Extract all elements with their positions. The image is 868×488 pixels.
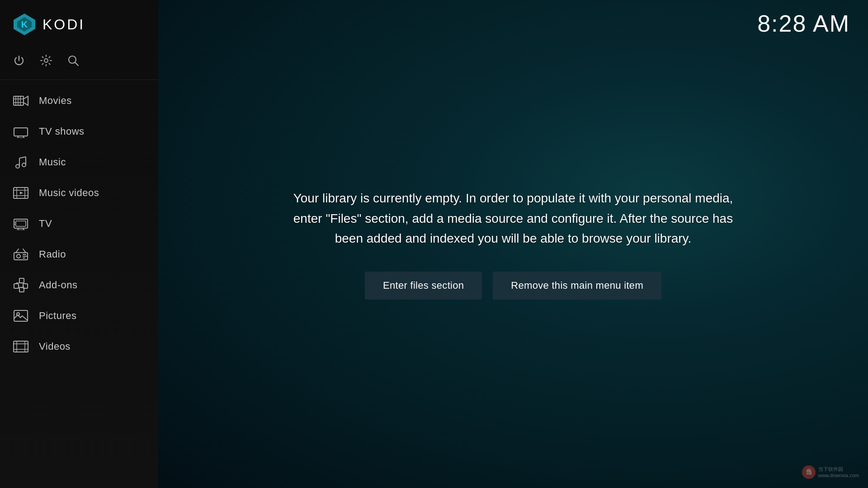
svg-rect-31 (16, 221, 26, 226)
sidebar-item-musicvideos[interactable]: Music videos (0, 178, 158, 208)
sidebar: K KODI (0, 0, 158, 488)
power-icon[interactable] (13, 54, 25, 67)
app-name: KODI (42, 16, 85, 33)
music-label: Music (39, 156, 66, 168)
content-area: Your library is currently empty. In orde… (264, 170, 762, 318)
svg-point-16 (16, 164, 19, 168)
clock-display: 8:28 AM (757, 10, 850, 37)
music-icon (13, 154, 29, 170)
musicvideos-label: Music videos (39, 187, 99, 199)
movies-icon (13, 93, 29, 109)
movies-label: Movies (39, 95, 72, 107)
watermark-logo: 当 (802, 465, 816, 479)
sidebar-divider (0, 80, 158, 80)
videos-label: Videos (39, 341, 71, 352)
svg-point-35 (17, 254, 20, 258)
svg-rect-41 (14, 284, 19, 288)
sidebar-item-addons[interactable]: Add-ons (0, 270, 158, 300)
svg-rect-53 (14, 341, 28, 352)
sidebar-item-pictures[interactable]: Pictures (0, 300, 158, 331)
sidebar-nav: Movies TV shows (0, 85, 158, 362)
sidebar-item-tv[interactable]: TV (0, 208, 158, 239)
addons-icon (13, 277, 29, 293)
sidebar-icon-row (0, 50, 158, 80)
radio-label: Radio (39, 249, 66, 260)
videos-icon (13, 338, 29, 355)
svg-rect-42 (19, 278, 24, 283)
svg-text:K: K (21, 19, 28, 29)
library-empty-message: Your library is currently empty. In orde… (283, 188, 744, 249)
sidebar-item-music[interactable]: Music (0, 147, 158, 178)
sidebar-item-videos[interactable]: Videos (0, 331, 158, 362)
tv-label: TV (39, 218, 52, 230)
enter-files-button[interactable]: Enter files section (365, 272, 482, 300)
remove-menu-item-button[interactable]: Remove this main menu item (493, 272, 661, 300)
svg-line-39 (16, 249, 19, 253)
svg-rect-12 (14, 128, 28, 136)
svg-marker-26 (20, 192, 23, 194)
addons-label: Add-ons (39, 279, 77, 291)
settings-icon[interactable] (40, 54, 52, 67)
tv-icon (13, 216, 29, 232)
sidebar-item-radio[interactable]: Radio (0, 239, 158, 270)
musicvideos-icon (13, 185, 29, 201)
kodi-logo-icon: K (13, 13, 36, 36)
watermark: 当 当下软件园www.downxia.com (802, 465, 859, 479)
svg-line-40 (23, 249, 26, 253)
sidebar-item-movies[interactable]: Movies (0, 85, 158, 116)
radio-icon (13, 246, 29, 263)
pictures-label: Pictures (39, 310, 76, 322)
tvshows-icon (13, 123, 29, 140)
pictures-icon (13, 308, 29, 324)
sidebar-item-tvshows[interactable]: TV shows (0, 116, 158, 147)
button-group: Enter files section Remove this main men… (365, 272, 661, 300)
tvshows-label: TV shows (39, 126, 85, 137)
svg-rect-6 (14, 96, 24, 105)
main-content: 8:28 AM Your library is currently empty.… (158, 0, 868, 488)
svg-point-17 (22, 163, 26, 167)
watermark-text: 当下软件园www.downxia.com (818, 466, 859, 479)
svg-point-3 (44, 59, 48, 62)
sidebar-header: K KODI (0, 0, 158, 50)
svg-line-5 (75, 63, 79, 66)
svg-line-20 (19, 157, 26, 158)
svg-rect-51 (14, 310, 28, 321)
svg-point-4 (69, 56, 76, 63)
search-icon[interactable] (67, 54, 80, 67)
